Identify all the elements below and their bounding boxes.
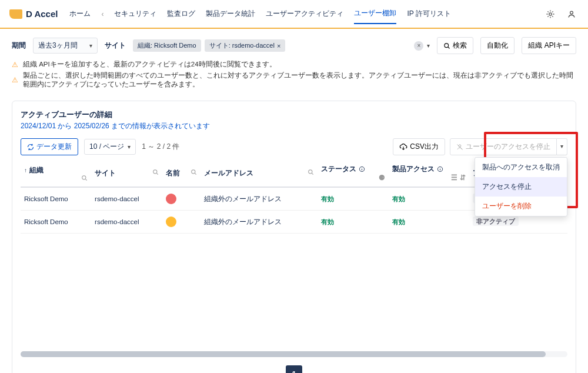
disable-access-button: ユーザーのアクセスを停止 — [450, 138, 557, 155]
clear-tags-icon[interactable]: × — [414, 41, 423, 51]
dropdown-delete-user[interactable]: ユーザーを削除 — [475, 197, 567, 216]
search-icon[interactable] — [191, 169, 197, 175]
bulk-action-dropdown: 製品へのアクセスを取消 アクセスを停止 ユーザーを削除 — [475, 157, 567, 217]
alert-1: ⚠ 組織 APIキーを追加すると、最新のアクティビティは24時間後に閲覧できます… — [12, 60, 576, 69]
close-icon[interactable]: × — [277, 42, 280, 49]
csv-export-button[interactable]: CSV出力 — [393, 138, 445, 155]
cell-org: Ricksoft Demo — [21, 211, 91, 234]
th-email[interactable]: メールアドレス — [201, 160, 318, 187]
warning-icon: ⚠ — [12, 61, 18, 69]
card-subtitle: 2024/12/01 から 2025/02/26 までの情報が表示されています — [21, 121, 567, 131]
gear-icon[interactable] — [543, 7, 557, 21]
cell-org: Ricksoft Demo — [21, 187, 91, 211]
chevron-down-icon: ▾ — [89, 42, 92, 49]
toolbar-right: CSV出力 ユーザーのアクセスを停止 ▾ 製品へのアクセスを取消 アクセスを停止… — [393, 138, 567, 155]
filter-bar: 期間 過去3ヶ月間 ▾ サイト 組織: Ricksoft Demo サイト: r… — [0, 29, 588, 60]
svg-point-1 — [570, 11, 573, 14]
active-users-card: アクティブユーザーの詳細 2024/12/01 から 2025/02/26 まで… — [12, 101, 576, 373]
search-icon — [443, 42, 450, 49]
user-icon[interactable] — [564, 7, 579, 21]
range-text: 1 ～ 2 / 2 件 — [142, 142, 179, 152]
alert-2: ⚠ 製品ごとに、選択した時間範囲のすべてのユーザー数と、これに対するアクティブユ… — [12, 71, 576, 89]
logo-icon — [9, 9, 22, 19]
bulk-action-split-button: ユーザーのアクセスを停止 ▾ 製品へのアクセスを取消 アクセスを停止 ユーザーを… — [450, 138, 567, 155]
nav-security[interactable]: セキュリティ — [114, 4, 156, 24]
nav-separator: ‹ — [101, 10, 103, 18]
cell-status: 有効 — [318, 187, 388, 211]
th-product-access[interactable]: 製品アクセス ☰⇵ — [389, 160, 469, 187]
warning-icon: ⚠ — [12, 76, 18, 84]
chevron-down-icon: ▾ — [128, 144, 131, 150]
filter-icon[interactable]: ⚈ — [379, 174, 385, 182]
alerts: ⚠ 組織 APIキーを追加すると、最新のアクティビティは24時間後に閲覧できます… — [0, 60, 588, 98]
info-icon — [437, 166, 443, 172]
api-key-button[interactable]: 組織 APIキー — [522, 37, 576, 54]
search-icon[interactable] — [81, 175, 88, 181]
pager-page-1[interactable]: 1 — [286, 365, 302, 373]
chevron-down-icon[interactable]: ▾ — [427, 42, 430, 49]
cell-status: 有効 — [318, 211, 388, 234]
horizontal-scrollbar[interactable] — [21, 351, 567, 357]
pagination: ‹ 1 › — [21, 365, 567, 373]
svg-point-2 — [445, 43, 449, 47]
pager-prev[interactable]: ‹ — [266, 365, 282, 373]
avatar — [166, 217, 176, 227]
brand-text: D Accel — [26, 9, 58, 19]
page-size-select[interactable]: 10 / ページ ▾ — [84, 139, 136, 155]
th-name[interactable]: 名前 — [162, 160, 201, 187]
logo[interactable]: D Accel — [9, 9, 58, 19]
th-site[interactable]: サイト — [91, 160, 162, 187]
cell-product-access: 有効 — [389, 187, 469, 211]
scrollbar-thumb[interactable] — [21, 351, 546, 357]
sort-ascending-icon: ↑ — [24, 167, 27, 174]
nav-home[interactable]: ホーム — [69, 4, 91, 24]
svg-point-0 — [549, 12, 552, 15]
nav-ip-allow[interactable]: IP 許可リスト — [407, 4, 450, 24]
cell-name — [162, 187, 201, 211]
refresh-button[interactable]: データ更新 — [21, 138, 78, 155]
period-select[interactable]: 過去3ヶ月間 ▾ — [33, 38, 98, 54]
search-icon[interactable] — [308, 169, 314, 175]
nav-user-dispose[interactable]: ユーザー棚卸 — [354, 4, 396, 24]
search-button[interactable]: 検索 — [437, 37, 473, 54]
th-status[interactable]: ステータス ⚈ — [318, 160, 388, 187]
tag-site[interactable]: サイト: rsdemo-daccel× — [205, 39, 286, 52]
cell-email: 組織外のメールアドレス — [201, 187, 318, 211]
svg-point-6 — [192, 170, 195, 174]
sort-icon[interactable]: ⇵ — [460, 174, 466, 182]
nav-user-activity[interactable]: ユーザーアクティビティ — [266, 4, 343, 24]
svg-point-5 — [153, 170, 157, 174]
refresh-icon — [27, 144, 34, 151]
cell-site: rsdemo-daccel — [91, 211, 162, 234]
cloud-download-icon — [399, 143, 407, 151]
automation-button[interactable]: 自動化 — [480, 37, 514, 54]
nav-audit[interactable]: 監査ログ — [167, 4, 195, 24]
cell-name — [162, 211, 201, 234]
cell-site: rsdemo-daccel — [91, 187, 162, 211]
period-label: 期間 — [12, 41, 26, 51]
period-value: 過去3ヶ月間 — [38, 41, 78, 51]
filter-icon[interactable]: ☰ — [451, 174, 457, 182]
bulk-action-menu-toggle[interactable]: ▾ — [557, 138, 567, 155]
dropdown-disable-access[interactable]: アクセスを停止 — [475, 177, 567, 197]
th-org[interactable]: ↑組織 — [21, 160, 91, 187]
dropdown-revoke-product[interactable]: 製品へのアクセスを取消 — [475, 158, 567, 177]
cell-email: 組織外のメールアドレス — [201, 211, 318, 234]
avatar — [166, 194, 176, 204]
card-toolbar: データ更新 10 / ページ ▾ 1 ～ 2 / 2 件 CSV出力 ユーザーの… — [21, 138, 567, 155]
chevron-down-icon: ▾ — [560, 143, 563, 149]
svg-point-7 — [309, 170, 312, 174]
nav-product-stats[interactable]: 製品データ統計 — [206, 4, 255, 24]
cell-product-access: 有効 — [389, 211, 469, 234]
user-slash-icon — [456, 144, 463, 151]
card-title: アクティブユーザーの詳細 — [21, 109, 567, 120]
tag-org[interactable]: 組織: Ricksoft Demo — [133, 39, 201, 52]
topbar-right — [543, 7, 579, 21]
pager-next[interactable]: › — [306, 365, 322, 373]
main-nav: ホーム ‹ セキュリティ 監査ログ 製品データ統計 ユーザーアクティビティ ユー… — [69, 4, 543, 24]
search-icon[interactable] — [152, 169, 159, 175]
info-icon — [359, 166, 365, 172]
svg-point-4 — [82, 175, 86, 179]
topbar: D Accel ホーム ‹ セキュリティ 監査ログ 製品データ統計 ユーザーアク… — [0, 0, 588, 29]
site-tags: 組織: Ricksoft Demo サイト: rsdemo-daccel× × … — [133, 39, 430, 52]
